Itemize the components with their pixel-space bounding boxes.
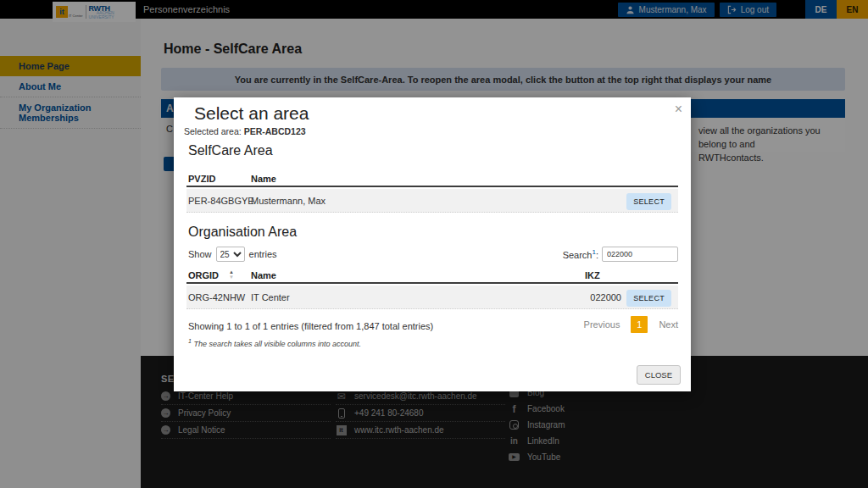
modal-title: Select an area (194, 103, 309, 124)
cell-name: Mustermann, Max (251, 196, 326, 206)
pagination: Previous 1 Next (584, 316, 678, 333)
selfcare-table-row: PER-84GBGYE Mustermann, Max SELECT (186, 189, 678, 213)
column-header-name: Name (251, 174, 276, 184)
organisation-area-heading: Organisation Area (188, 225, 297, 240)
footnote-text: The search takes all visible columns int… (193, 340, 361, 348)
selfcare-area-heading: SelfCare Area (188, 143, 273, 158)
selected-area-label: Selected area: (184, 126, 242, 136)
search-footnote: 1 The search takes all visible columns i… (188, 338, 361, 348)
search-control: Search1: (563, 247, 678, 262)
search-input[interactable] (602, 247, 678, 262)
current-page-button[interactable]: 1 (631, 316, 648, 333)
show-label: Show (188, 249, 212, 259)
column-header-name: Name (251, 270, 276, 280)
search-label-text: Search (563, 250, 593, 260)
cell-pvzid: PER-84GBGYE (188, 196, 254, 206)
cell-orgid: ORG-42NHW (188, 292, 245, 302)
column-header-pvzid: PVZID (188, 174, 215, 184)
page-length-control: Show 25 entries (188, 247, 277, 262)
organisation-table-row: ORG-42NHW IT Center 022000 SELECT (186, 286, 678, 309)
search-label: Search1: (563, 248, 598, 260)
search-footnote-marker: 1 (592, 248, 595, 256)
previous-page-button[interactable]: Previous (584, 319, 620, 330)
footnote-marker: 1 (188, 338, 192, 344)
entries-label: entries (249, 249, 277, 259)
close-icon[interactable]: × (675, 103, 682, 116)
table-info-text: Showing 1 to 1 of 1 entries (filtered fr… (188, 321, 433, 331)
select-area-modal: Select an area × Selected area: PER-ABCD… (174, 97, 691, 391)
selected-area-line: Selected area: PER-ABCD123 (184, 126, 306, 136)
column-header-orgid: ORGID (188, 270, 219, 280)
organisation-table-controls: Show 25 entries Search1: (186, 247, 678, 263)
select-selfcare-button[interactable]: SELECT (626, 193, 671, 210)
page-length-select[interactable]: 25 (216, 247, 245, 262)
selected-area-value: PER-ABCD123 (244, 126, 306, 136)
cell-ikz: 022000 (581, 292, 621, 302)
select-organisation-button[interactable]: SELECT (626, 290, 671, 307)
sort-icon[interactable]: ▲▼ (229, 269, 234, 280)
next-page-button[interactable]: Next (659, 319, 678, 330)
close-modal-button[interactable]: CLOSE (637, 365, 681, 385)
selfcare-table-header: PVZID Name (186, 170, 678, 187)
column-header-ikz: IKZ (585, 270, 600, 280)
organisation-table-header: ORGID ▲▼ Name IKZ (186, 267, 678, 284)
cell-name: IT Center (251, 292, 290, 302)
